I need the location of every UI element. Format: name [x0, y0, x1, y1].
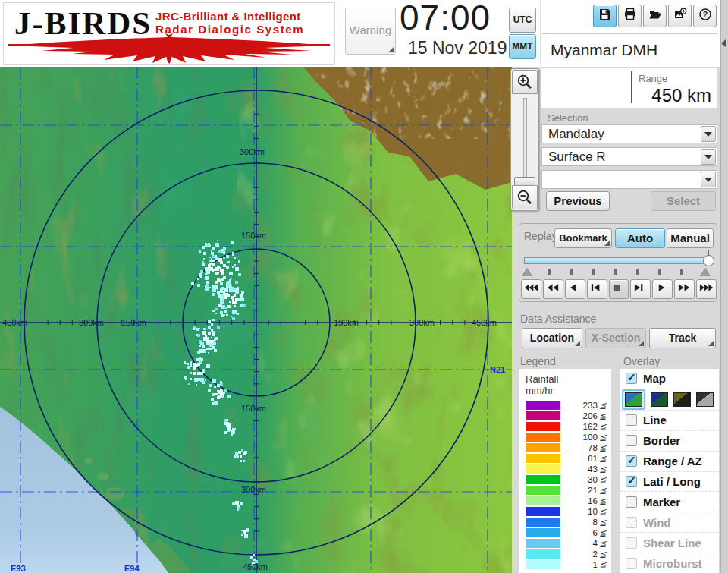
select-button[interactable]: Select	[651, 191, 716, 211]
header-separator	[540, 0, 541, 65]
ring-label: 450km	[472, 318, 497, 327]
dropdown-product-arrow-icon[interactable]	[701, 149, 716, 165]
wind-checkbox	[626, 517, 637, 528]
zoom-in-icon	[516, 74, 533, 90]
playback-controls	[521, 279, 717, 299]
radar-map[interactable]: 450km300km150km150km300km450km300km150km…	[0, 67, 512, 573]
range-az-checkbox[interactable]	[626, 455, 637, 467]
x-section-button-label: X-Section	[592, 332, 641, 344]
panel-hairline	[541, 33, 717, 34]
map-style-4[interactable]	[696, 392, 714, 407]
overlay-item-shear-line[interactable]: Shear Line	[620, 533, 719, 553]
menu-corner-icon	[639, 341, 644, 346]
lati-long-checkbox[interactable]	[626, 476, 637, 487]
x-section-button[interactable]: X-Section	[585, 328, 646, 348]
manual-button[interactable]: Manual	[667, 228, 714, 248]
dropdown-extra[interactable]	[541, 170, 717, 189]
help-button[interactable]: ?	[693, 5, 717, 27]
overlay-item-range-az[interactable]: Range / AZ	[620, 452, 719, 472]
mmt-button[interactable]: MMT	[509, 34, 536, 59]
utc-button[interactable]: UTC	[509, 8, 536, 33]
overlay-item-line[interactable]: Line	[620, 411, 719, 431]
clock-date: 15 Nov 2019	[408, 38, 514, 58]
add-image-button[interactable]	[668, 5, 692, 27]
border-label: Border	[643, 434, 680, 447]
previous-button[interactable]: Previous	[546, 191, 610, 211]
play-button[interactable]	[652, 279, 673, 299]
range-value: 450 km	[625, 85, 711, 106]
legend-value: 78≦	[560, 443, 607, 453]
location-button[interactable]: Location	[522, 328, 582, 348]
fast-forward-button[interactable]	[674, 279, 695, 299]
bookmark-corner-icon	[604, 241, 610, 246]
legend-value: 10≦	[560, 507, 607, 517]
overlay-item-border[interactable]: Border	[620, 431, 719, 452]
play-icon	[654, 282, 670, 296]
print-button[interactable]	[618, 5, 642, 27]
replay-slider[interactable]	[524, 257, 711, 264]
dropdown-extra-arrow-icon[interactable]	[701, 172, 716, 187]
step-forward-button[interactable]	[630, 279, 651, 299]
save-button[interactable]	[593, 5, 617, 27]
overlay-item-microburst[interactable]: Microburst	[620, 553, 719, 573]
track-button[interactable]: Track	[649, 328, 716, 348]
ring-label: 150km	[241, 404, 266, 413]
play-reverse-button[interactable]	[565, 279, 585, 299]
marker-checkbox[interactable]	[626, 496, 637, 508]
slider-tick	[658, 269, 661, 275]
add-image-icon	[673, 8, 687, 24]
ring-label: 450km	[243, 562, 268, 571]
svg-text:?: ?	[702, 10, 707, 19]
map-style-3[interactable]	[673, 392, 691, 407]
slider-tick	[548, 269, 551, 275]
location-button-label: Location	[530, 332, 574, 344]
slider-end-marker[interactable]	[700, 268, 711, 276]
legend-row: 10≦	[526, 506, 607, 517]
overlay-panel: MapLineBorderRange / AZLati / LongMarker…	[620, 369, 719, 573]
legend-value: 30≦	[560, 475, 607, 485]
open-folder-icon	[648, 8, 662, 24]
slider-tick	[636, 269, 639, 275]
ring-label: 300km	[79, 318, 104, 327]
replay-slider-handle[interactable]	[703, 255, 714, 266]
legend-swatch	[526, 528, 560, 537]
overlay-item-lati-long[interactable]: Lati / Long	[620, 472, 719, 493]
open-folder-button[interactable]	[643, 5, 667, 27]
bookmark-button[interactable]: Bookmark	[554, 228, 612, 248]
ring-label: 450km	[2, 318, 27, 327]
rewind-triple-button[interactable]	[521, 279, 541, 299]
fast-forward-triple-button[interactable]	[696, 279, 717, 299]
overlay-item-wind[interactable]: Wind	[620, 512, 719, 533]
stop-icon	[611, 282, 627, 296]
step-back-button[interactable]	[587, 279, 607, 299]
zoom-slider[interactable]	[523, 98, 527, 180]
dropdown-site[interactable]: Mandalay	[541, 124, 717, 143]
ring-label: 150km	[334, 318, 359, 327]
panel-collapse-arrow-icon[interactable]	[721, 39, 726, 47]
legend-row: 21≦	[526, 485, 607, 496]
auto-button[interactable]: Auto	[615, 228, 665, 248]
slider-start-marker[interactable]	[522, 268, 532, 276]
legend-swatch	[526, 401, 560, 410]
panel-scroll-strip[interactable]	[720, 0, 728, 573]
dropdown-site-arrow-icon[interactable]	[701, 126, 716, 142]
radar-map-canvas[interactable]: 450km300km150km150km300km450km300km150km…	[0, 67, 512, 573]
dropdown-product[interactable]: Surface R	[541, 147, 717, 166]
rewind-icon	[545, 282, 561, 296]
border-checkbox[interactable]	[626, 435, 637, 446]
map-style-2[interactable]	[651, 392, 668, 407]
map-style-selection	[622, 389, 645, 410]
warning-button[interactable]: Warning	[345, 8, 396, 55]
legend-value: 1≦	[560, 560, 607, 570]
map-style-1-selected[interactable]	[625, 392, 642, 407]
overlay-item-map[interactable]: Map	[620, 369, 719, 389]
overlay-item-marker[interactable]: Marker	[620, 492, 719, 512]
rewind-button[interactable]	[543, 279, 563, 299]
map-checkbox[interactable]	[626, 373, 637, 384]
zoom-out-button[interactable]	[512, 185, 538, 209]
zoom-in-button[interactable]	[512, 70, 538, 94]
legend-value: 162≦	[560, 422, 607, 432]
zoom-out-icon	[516, 189, 533, 206]
line-checkbox[interactable]	[626, 414, 637, 426]
stop-button[interactable]	[609, 279, 629, 299]
